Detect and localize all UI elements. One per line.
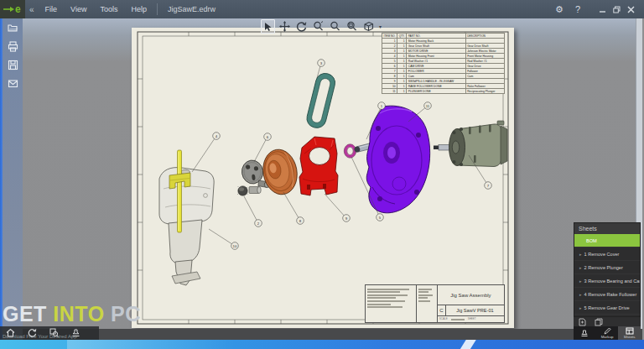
menu-tools[interactable]: Tools [93,0,124,18]
collapse-menu-button[interactable]: « [25,5,39,14]
menu-file[interactable]: File [39,0,65,18]
file-toolbar [3,18,23,340]
document-tab[interactable]: JigSawE.edrw [161,5,222,13]
minimize-button[interactable] [596,3,609,15]
3d-drawing-views-button[interactable] [361,19,376,34]
title-bar: e « File View Tools Help JigSawE.edrw ⚙ … [0,0,644,18]
svg-text:10: 10 [233,244,237,248]
views-dropdown-caret[interactable]: ▾ [379,23,382,29]
drawing-title: Jig Saw Assembly [438,285,504,305]
edrawings-logo-icon: e [0,0,25,18]
sheets-panel: Sheets BOM▸1 Remove Cover▸2 Remove Plung… [574,222,641,317]
part-cam-knob[interactable] [237,186,261,195]
rotate-tool-button[interactable] [294,19,309,34]
sheet-item[interactable]: BOM [574,234,640,247]
part-rod-washer[interactable] [344,144,356,158]
help-icon[interactable]: ? [571,3,584,16]
zoom-fit-button[interactable] [328,19,342,34]
sheets-panel-button[interactable]: Sheets [618,326,641,340]
settings-gear-icon[interactable]: ⚙ [553,3,566,16]
drawing-viewport[interactable]: 3462108951117 ITEM NO.QTY.PART NO.DESCRI… [23,18,642,340]
zoom-tool-button[interactable] [311,19,325,34]
title-block-notes [366,285,417,322]
sheet-item[interactable]: ▸5 Remove Gear Drive [574,301,640,315]
restore-button[interactable] [610,3,623,15]
drawing-sheet[interactable]: 3462108951117 ITEM NO.QTY.PART NO.DESCRI… [132,28,514,328]
sheet-item[interactable]: ▸4 Remove Rake Follower [574,288,640,301]
select-tool-button[interactable] [261,19,275,34]
scale-label: SCALE [439,317,448,321]
stamp-panel-button[interactable] [574,326,596,340]
svg-text:e: e [15,3,21,15]
panel-dock: Markup Sheets [574,317,641,340]
getintopc-watermark: GET INTO PC [3,302,141,326]
markup-panel-button[interactable]: Markup [596,326,619,340]
open-file-icon[interactable] [3,18,23,37]
status-strip [23,329,642,340]
sheet-size: C [438,305,446,315]
sheets-list: BOM▸1 Remove Cover▸2 Remove Plunger▸3 Re… [574,234,640,315]
bom-table: ITEM NO.QTY.PART NO.DESCRIPTION11Motor H… [382,33,505,94]
part-motor-housing-back[interactable] [366,106,429,213]
wallpaper-streak [459,340,477,349]
menu-help[interactable]: Help [124,0,153,18]
menu-view[interactable]: View [64,0,93,18]
save-icon[interactable] [3,55,23,74]
part-motor-drive[interactable] [434,121,507,167]
window-edge [0,18,3,340]
part-cam-drive[interactable] [260,147,301,197]
view-toolbar: ▾ [261,19,382,34]
part-motor-housing-front[interactable] [299,137,338,195]
print-icon[interactable] [3,37,23,55]
pan-tool-button[interactable] [278,19,292,34]
sheet-item[interactable]: ▸1 Remove Cover [574,247,640,261]
sheet-item[interactable]: ▸2 Remove Plunger [574,261,640,274]
close-button[interactable] [625,3,637,15]
sheet-item[interactable]: ▸3 Remove Bearing and Cam [574,274,640,288]
watermark-tagline: Download Free Your Desired App [3,334,77,339]
zoom-area-button[interactable] [345,19,359,34]
sheets-panel-header: Sheets [574,223,640,234]
title-block: Jig Saw Assembly C Jig SawV PRE-01 SCALE… [365,284,505,323]
taskbar-strip [0,340,644,349]
svg-text:11: 11 [426,104,430,108]
title-block-revisions [417,285,438,322]
drawing-number: Jig SawV PRE-01 [446,308,504,313]
sheet-label: SHEET [468,317,476,321]
bom-row: 111PLUNGER DONEReciprocating Plunger [382,89,505,94]
part-gasket[interactable] [305,71,337,130]
edrawings-window: e « File View Tools Help JigSawE.edrw ⚙ … [0,0,644,349]
divider [157,3,158,15]
send-email-icon[interactable] [3,74,23,92]
